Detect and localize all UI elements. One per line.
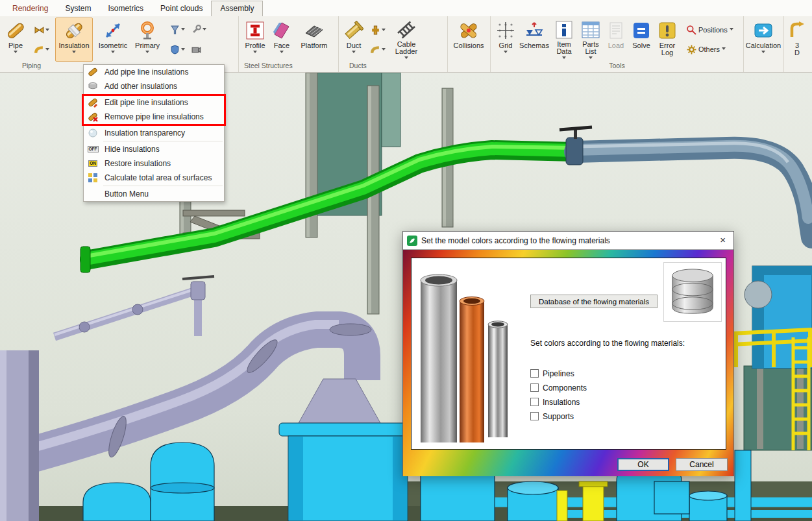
checkbox-row-pipelines[interactable]: Pipelines	[530, 369, 574, 378]
close-icon[interactable]: ×	[720, 234, 726, 246]
checkbox-row-supports[interactable]: Supports	[530, 411, 574, 421]
duct-fitting-icon	[371, 25, 380, 35]
insulation-button[interactable]: Insulation	[55, 18, 93, 62]
tab-rendering[interactable]: Rendering	[4, 1, 56, 16]
profile-button[interactable]: Profile	[241, 18, 269, 62]
insulation-icon	[64, 20, 84, 41]
cable-ladder-button[interactable]: Cable Ladder	[390, 18, 423, 62]
chevron-down-icon	[72, 51, 76, 55]
calculation-icon	[754, 20, 773, 41]
remove-pipe-insulation-icon	[86, 112, 99, 122]
group-label-tools: Tools	[491, 62, 743, 71]
plant-icon	[407, 236, 417, 246]
pipe-fitting-icon	[34, 25, 44, 35]
pipe-button[interactable]: Pipe	[3, 18, 29, 62]
menu-item-remove-pipe-line-insulations[interactable]: Remove pipe line insulations	[84, 110, 224, 124]
duct-icon	[344, 20, 363, 41]
chevron-down-icon	[730, 28, 733, 32]
database-button[interactable]: Database of the flowing materials	[530, 295, 658, 308]
checkbox-row-insulations[interactable]: Insulations	[530, 397, 580, 407]
dialog-body: Database of the flowing materials Set co…	[403, 250, 733, 476]
chevron-down-icon	[14, 51, 18, 55]
collisions-icon	[459, 20, 478, 41]
hide-insulations-icon: OFF	[86, 144, 99, 154]
edit-pipe-insulation-icon	[86, 97, 99, 108]
positions-button[interactable]: Positions	[684, 23, 736, 37]
face-icon	[272, 20, 291, 41]
tab-system[interactable]: System	[56, 1, 99, 16]
chevron-down-icon	[203, 28, 206, 32]
chevron-down-icon	[562, 56, 566, 61]
item-data-button[interactable]: Item Data	[550, 18, 578, 62]
others-button[interactable]: Others	[684, 43, 736, 56]
menu-item-restore-insulations[interactable]: ON Restore insulations	[84, 156, 224, 171]
pipes-image	[415, 262, 523, 449]
group-label-collisions	[448, 62, 490, 71]
three-d-button[interactable]: 3 D	[784, 18, 810, 62]
wrench-tool-button[interactable]	[190, 23, 208, 36]
isometric-icon	[103, 20, 123, 41]
duct-fitting-button[interactable]	[369, 24, 388, 36]
dialog-panel: Database of the flowing materials Set co…	[411, 258, 726, 450]
chevron-down-icon	[145, 51, 149, 55]
ribbon-group-tools: Grid Schemas Item Data Parts List	[491, 16, 744, 72]
schemas-button[interactable]: Schemas	[518, 18, 550, 62]
collisions-button[interactable]: Collisions	[449, 18, 488, 62]
components-checkbox[interactable]	[530, 383, 539, 392]
shield-tool-button[interactable]	[168, 43, 187, 56]
three-d-icon	[787, 20, 807, 41]
menu-item-hide-insulations[interactable]: OFF Hide insulations	[84, 142, 224, 156]
load-button[interactable]: Load	[604, 18, 628, 62]
grid-button[interactable]: Grid	[493, 18, 518, 62]
pipe-bend-icon	[34, 45, 44, 55]
parts-list-icon	[581, 20, 600, 40]
dialog-titlebar[interactable]: Set the model colors according to the fl…	[403, 232, 733, 250]
ok-button[interactable]: OK	[617, 458, 669, 471]
wrench-icon	[191, 25, 201, 34]
funnel-tool-button[interactable]	[168, 23, 187, 36]
checkbox-row-components[interactable]: Components	[530, 383, 587, 393]
menu-item-insulation-transparency[interactable]: Insulation transparency	[84, 126, 224, 140]
menu-item-add-other-insulations[interactable]: Add other insulations	[84, 79, 224, 93]
ribbon-group-ducts: Duct Cable Ladder Ducts	[339, 16, 448, 72]
solve-button[interactable]: Solve	[628, 18, 654, 62]
chevron-down-icon	[280, 51, 284, 55]
chevron-down-icon	[181, 48, 185, 53]
calculation-button[interactable]: Calculation	[744, 18, 783, 62]
duct-button[interactable]: Duct	[341, 18, 366, 62]
profile-icon	[245, 20, 265, 41]
add-other-insulation-icon	[86, 81, 99, 91]
gear-icon	[687, 45, 696, 55]
menu-item-button-menu[interactable]: Button Menu	[84, 187, 224, 201]
chevron-down-icon	[253, 51, 257, 55]
face-button[interactable]: Face	[269, 18, 295, 62]
dialog-title: Set the model colors according to the fl…	[421, 236, 610, 245]
camera-tool-button[interactable]	[190, 43, 208, 56]
pipe-fittings-button[interactable]	[32, 24, 51, 36]
tab-assembly[interactable]: Assembly	[211, 1, 263, 16]
isometric-button[interactable]: Isometric	[95, 18, 130, 62]
menu-item-add-pipe-line-insulations[interactable]: Add pipe line insulations	[84, 65, 224, 79]
duct-bend-button[interactable]	[369, 43, 388, 56]
supports-checkbox[interactable]	[530, 412, 539, 420]
error-log-button[interactable]: Error Log	[654, 18, 680, 62]
primary-button[interactable]: Primary	[130, 18, 164, 62]
solve-icon	[632, 20, 651, 41]
grid-icon	[496, 20, 515, 41]
tab-point-clouds[interactable]: Point clouds	[152, 1, 211, 16]
funnel-icon	[170, 25, 180, 34]
positions-icon	[687, 25, 696, 35]
insulations-checkbox[interactable]	[530, 398, 539, 406]
parts-list-button[interactable]: Parts List	[578, 18, 604, 62]
pipe-bend-button[interactable]	[32, 43, 51, 56]
menu-item-calculate-total-area[interactable]: Calculate total area of surfaces	[84, 171, 224, 185]
tab-isometrics[interactable]: Isometrics	[99, 1, 152, 16]
cancel-button[interactable]: Cancel	[676, 458, 728, 471]
group-label-calculation	[744, 62, 783, 71]
group-label-ducts: Ducts	[339, 62, 447, 71]
pipelines-checkbox[interactable]	[530, 369, 539, 378]
menu-item-edit-pipe-line-insulations[interactable]: Edit pipe line insulations	[84, 95, 224, 110]
menu-separator	[103, 125, 223, 125]
platform-button[interactable]: Platform	[295, 18, 334, 62]
ribbon-group-collisions: Collisions	[448, 16, 491, 72]
